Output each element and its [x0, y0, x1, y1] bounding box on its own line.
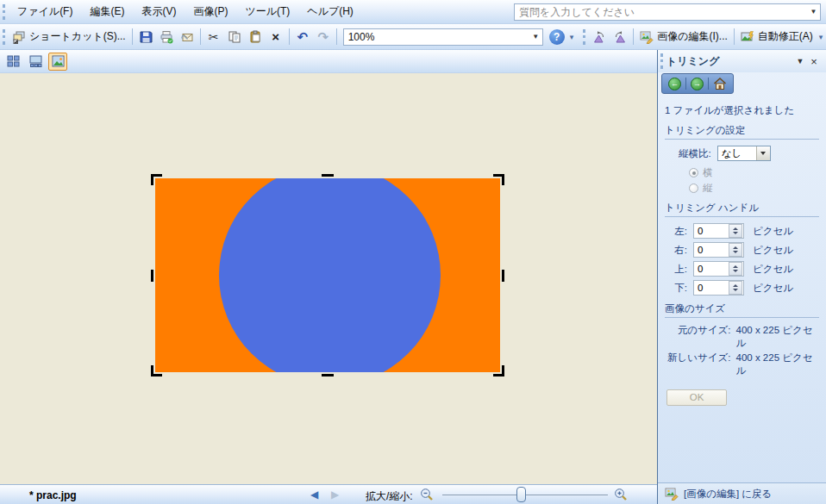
crop-right-spinner[interactable] [729, 243, 742, 257]
redo-icon: ↷ [316, 30, 330, 44]
crop-settings-section-title: トリミングの設定 [665, 124, 819, 140]
aspect-dropdown-icon[interactable] [756, 146, 770, 160]
question-input[interactable] [515, 5, 807, 19]
crop-handle-right[interactable] [502, 270, 504, 282]
nav-separator [685, 78, 686, 90]
task-pane-menu-icon[interactable]: ▼ [793, 57, 807, 65]
toolbar-grip[interactable] [3, 29, 5, 45]
crop-handle-top[interactable] [322, 174, 334, 177]
task-pane-header: トリミング ▼ × [658, 50, 826, 72]
picture-manager-window: ファイル(F) 編集(E) 表示(V) 画像(P) ツール(T) ヘルプ(H) … [0, 0, 826, 504]
undo-icon: ↶ [296, 30, 310, 44]
toolbar-overflow-button[interactable]: ▾ [817, 33, 826, 41]
back-button[interactable]: ← [668, 78, 681, 90]
portrait-radio[interactable] [689, 184, 698, 193]
forward-button[interactable]: → [691, 78, 704, 90]
crop-right-field[interactable] [693, 242, 744, 258]
view-toolbar [0, 50, 657, 73]
crop-bottom-row: 下: ピクセル [668, 280, 819, 296]
menu-picture[interactable]: 画像(P) [185, 0, 236, 23]
new-size-label: 新しいサイズ: [665, 352, 731, 377]
aspect-ratio-row: 縦横比: なし [679, 146, 819, 161]
autocorrect-label: 自動修正(A) [758, 29, 813, 44]
home-button[interactable] [713, 77, 727, 90]
menu-tools[interactable]: ツール(T) [236, 0, 298, 23]
crop-handle-top-left[interactable] [151, 174, 162, 185]
print-icon [160, 30, 173, 44]
zoom-combo-dropdown-icon[interactable]: ▼ [529, 33, 542, 40]
picture-circle [219, 178, 441, 372]
crop-top-spinner[interactable] [729, 262, 742, 276]
edit-pictures-button[interactable]: 画像の編集(I)... [636, 27, 731, 47]
crop-right-input[interactable] [694, 244, 729, 257]
menu-file[interactable]: ファイル(F) [9, 0, 81, 23]
filmstrip-view-button[interactable] [26, 53, 45, 71]
crop-handle-top-right[interactable] [493, 174, 504, 185]
menu-bar: ファイル(F) 編集(E) 表示(V) 画像(P) ツール(T) ヘルプ(H) … [0, 0, 826, 24]
copy-button[interactable] [224, 28, 245, 47]
print-button[interactable] [156, 28, 177, 47]
paste-button[interactable] [245, 28, 266, 47]
toolbar-overflow-button[interactable]: ▾ [567, 33, 577, 41]
zoom-out-icon[interactable] [420, 488, 435, 502]
menu-help[interactable]: ヘルプ(H) [298, 0, 362, 23]
crop-top-input[interactable] [694, 263, 729, 276]
crop-region[interactable] [149, 172, 506, 378]
crop-handle-bottom[interactable] [322, 374, 334, 376]
rotate-left-button[interactable] [589, 28, 610, 47]
crop-bottom-spinner[interactable] [729, 281, 742, 295]
copy-icon [228, 30, 241, 44]
landscape-radio-row: 横 [689, 166, 819, 179]
crop-bottom-field[interactable] [693, 280, 744, 296]
crop-left-spinner[interactable] [729, 224, 742, 238]
zoom-slider-thumb[interactable] [516, 487, 526, 502]
crop-left-input[interactable] [694, 225, 729, 238]
previous-picture-button[interactable]: ◀ [310, 488, 318, 501]
crop-right-row: 右: ピクセル [668, 242, 819, 258]
menu-view[interactable]: 表示(V) [133, 0, 185, 23]
zoom-in-icon[interactable] [614, 488, 629, 502]
undo-button[interactable]: ↶ [292, 28, 313, 47]
save-button[interactable] [135, 28, 156, 47]
portrait-radio-row: 縦 [689, 182, 819, 195]
zoom-combo-value: 100% [344, 31, 529, 43]
menu-edit[interactable]: 編集(E) [81, 0, 133, 23]
rotate-right-button[interactable] [610, 28, 630, 47]
original-size-value: 400 x 225 ピクセル [736, 324, 819, 350]
help-button[interactable]: ? [549, 29, 565, 45]
toolbar-separator [200, 28, 201, 45]
task-pane-grip[interactable] [660, 53, 663, 69]
shortcut-button[interactable]: ショートカット(S)... [9, 27, 129, 47]
autocorrect-button[interactable]: 自動修正(A) [737, 27, 817, 47]
back-to-edit-pictures-link[interactable]: [画像の編集] に戻る [684, 488, 772, 501]
question-box[interactable]: ▼ [514, 3, 821, 21]
ok-button[interactable]: OK [666, 389, 727, 406]
edit-pictures-label: 画像の編集(I)... [657, 29, 728, 44]
cut-button[interactable]: ✂ [203, 28, 224, 47]
crop-handle-bottom-left[interactable] [151, 365, 162, 376]
task-pane-close-icon[interactable]: × [807, 56, 821, 67]
formatting-toolbar-grip[interactable] [583, 29, 585, 45]
redo-button[interactable]: ↷ [313, 28, 334, 47]
crop-bottom-input[interactable] [694, 282, 729, 295]
picture[interactable] [155, 178, 500, 372]
crop-left-unit: ピクセル [753, 225, 793, 238]
crop-handle-left[interactable] [151, 270, 153, 282]
thumbnail-view-button[interactable] [3, 53, 22, 71]
cut-icon: ✂ [207, 30, 221, 44]
crop-left-field[interactable] [693, 223, 744, 239]
single-picture-view-button[interactable] [48, 53, 67, 71]
rotate-left-icon [592, 30, 606, 44]
crop-handle-bottom-right[interactable] [493, 365, 504, 376]
menubar-grip[interactable] [3, 4, 5, 20]
landscape-radio[interactable] [689, 168, 698, 177]
delete-button[interactable]: × [266, 28, 286, 47]
zoom-combo[interactable]: 100% ▼ [343, 28, 543, 46]
selection-status-text: 1 ファイルが選択されました [665, 104, 819, 117]
next-picture-button[interactable]: ▶ [331, 488, 339, 501]
question-dropdown-icon[interactable]: ▼ [807, 8, 820, 16]
mail-button[interactable] [177, 28, 197, 47]
aspect-ratio-select[interactable]: なし [717, 146, 771, 161]
crop-top-unit: ピクセル [753, 263, 793, 276]
crop-top-field[interactable] [693, 261, 744, 277]
